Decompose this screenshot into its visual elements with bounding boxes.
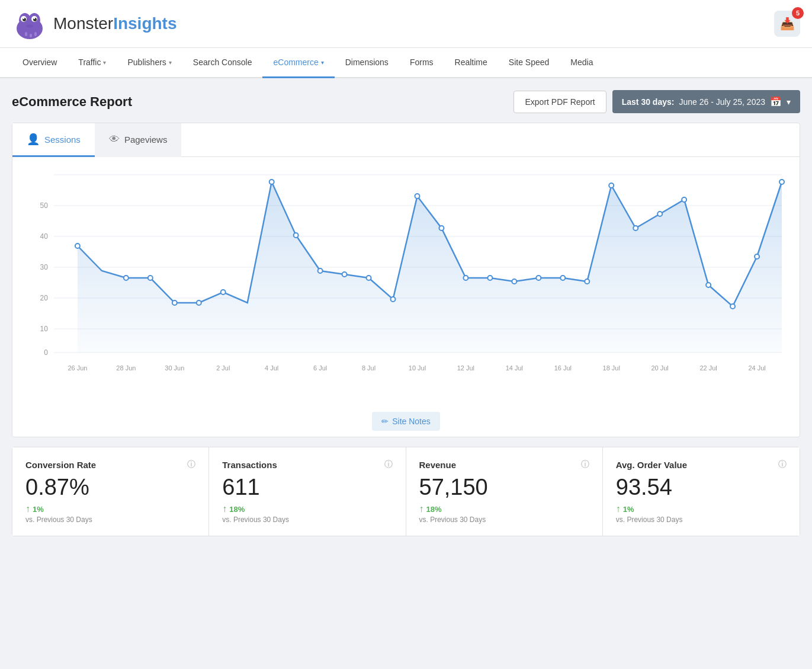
stat-change-pct-transactions: 18% [229, 505, 245, 514]
nav-item-publishers[interactable]: Publishers ▾ [117, 48, 182, 78]
report-header: eCommerce Report Export PDF Report Last … [12, 90, 800, 113]
svg-text:10: 10 [40, 325, 49, 333]
svg-point-7 [23, 18, 24, 19]
nav-item-traffic[interactable]: Traffic ▾ [68, 48, 117, 78]
chart-area: 0 10 20 30 40 50 26 Jun 28 Jun 30 Jun 2 … [12, 157, 800, 406]
arrow-up-icon: ↑ [419, 504, 424, 514]
logo-text: MonsterInsights [53, 14, 177, 33]
stat-change-pct-avg-order: 1% [623, 505, 634, 514]
svg-text:28 Jun: 28 Jun [116, 364, 136, 372]
stat-value-avg-order: 93.54 [616, 475, 787, 500]
svg-text:24 Jul: 24 Jul [748, 364, 765, 372]
info-icon-revenue[interactable]: ⓘ [581, 459, 589, 470]
nav-label-search-console: Search Console [193, 57, 252, 67]
tab-sessions-label: Sessions [44, 135, 81, 145]
arrow-up-icon: ↑ [616, 504, 621, 514]
nav-item-search-console[interactable]: Search Console [182, 48, 263, 78]
nav-label-dimensions: Dimensions [345, 57, 389, 67]
tab-pageviews-label: Pageviews [124, 135, 168, 145]
svg-point-46 [197, 300, 201, 305]
svg-text:30 Jun: 30 Jun [165, 364, 184, 372]
stat-header-revenue: Revenue ⓘ [419, 459, 589, 470]
info-icon-conversion[interactable]: ⓘ [187, 459, 195, 470]
svg-text:26 Jun: 26 Jun [68, 364, 87, 372]
nav-item-site-speed[interactable]: Site Speed [498, 48, 560, 78]
svg-text:6 Jul: 6 Jul [313, 364, 327, 372]
nav-label-forms: Forms [410, 57, 434, 67]
nav-item-overview[interactable]: Overview [12, 48, 68, 78]
svg-point-60 [560, 276, 565, 280]
export-pdf-button[interactable]: Export PDF Report [513, 91, 606, 113]
nav-item-ecommerce[interactable]: eCommerce ▾ [262, 48, 334, 78]
svg-point-47 [221, 290, 226, 295]
stat-header-transactions: Transactions ⓘ [222, 459, 392, 470]
svg-text:20 Jul: 20 Jul [651, 364, 669, 372]
svg-point-63 [633, 226, 638, 231]
svg-text:22 Jul: 22 Jul [699, 364, 717, 372]
svg-point-67 [730, 304, 735, 309]
arrow-up-icon: ↑ [222, 504, 227, 514]
stat-value-revenue: 57,150 [419, 475, 589, 500]
chevron-down-icon: ▾ [169, 59, 172, 66]
nav-item-dimensions[interactable]: Dimensions [335, 48, 399, 78]
svg-rect-9 [25, 32, 27, 36]
svg-point-48 [269, 180, 274, 184]
stat-vs-conversion: vs. Previous 30 Days [25, 516, 195, 524]
chart-section: 👤 Sessions 👁 Pageviews [12, 123, 800, 437]
nav-label-media: Media [570, 57, 593, 67]
notification-badge: 5 [792, 7, 804, 19]
chevron-down-icon: ▾ [103, 59, 106, 66]
stat-card-conversion-rate: Conversion Rate ⓘ 0.87% ↑ 1% vs. Previou… [12, 447, 209, 536]
info-icon-transactions[interactable]: ⓘ [384, 459, 393, 470]
chart-tabs: 👤 Sessions 👁 Pageviews [12, 123, 800, 157]
svg-text:40: 40 [40, 232, 49, 241]
stat-label-avg-order: Avg. Order Value [616, 460, 687, 470]
nav-item-forms[interactable]: Forms [399, 48, 444, 78]
pencil-icon: ✏ [381, 417, 389, 426]
header-right: 📥 5 [774, 11, 800, 37]
stat-change-pct-conversion: 1% [33, 505, 44, 514]
svg-text:0: 0 [44, 348, 48, 357]
stat-label-transactions: Transactions [222, 460, 277, 470]
header: MonsterInsights 📥 5 [0, 0, 812, 48]
nav-label-traffic: Traffic [78, 57, 101, 67]
svg-point-68 [755, 254, 759, 259]
nav-item-media[interactable]: Media [560, 48, 604, 78]
info-icon-avg-order[interactable]: ⓘ [778, 459, 787, 470]
stat-label-revenue: Revenue [419, 460, 457, 470]
svg-text:50: 50 [40, 201, 49, 210]
site-notes-button[interactable]: ✏ Site Notes [372, 412, 440, 431]
site-notes-bar: ✏ Site Notes [12, 406, 800, 437]
logo-area: MonsterInsights [12, 6, 177, 41]
notification-icon: 📥 [780, 17, 795, 31]
svg-point-44 [148, 276, 153, 280]
logo-icon [12, 6, 47, 41]
stat-label-conversion: Conversion Rate [25, 460, 96, 470]
svg-point-55 [439, 226, 444, 231]
svg-text:18 Jul: 18 Jul [603, 364, 620, 372]
nav-label-site-speed: Site Speed [509, 57, 550, 67]
svg-text:8 Jul: 8 Jul [362, 364, 375, 372]
svg-text:4 Jul: 4 Jul [265, 364, 278, 372]
svg-point-65 [682, 197, 686, 202]
calendar-icon: 📅 [770, 96, 782, 107]
nav-label-overview: Overview [23, 57, 57, 67]
notification-button[interactable]: 📥 5 [774, 11, 800, 37]
stat-change-revenue: ↑ 18% [419, 504, 589, 514]
tab-pageviews[interactable]: 👁 Pageviews [95, 123, 182, 157]
nav-label-publishers: Publishers [127, 57, 166, 67]
stat-change-pct-revenue: 18% [426, 505, 442, 514]
date-range-button[interactable]: Last 30 days: June 26 - July 25, 2023 📅 … [612, 90, 800, 113]
stat-vs-transactions: vs. Previous 30 Days [222, 516, 392, 524]
svg-point-69 [779, 180, 784, 184]
svg-text:2 Jul: 2 Jul [216, 364, 230, 372]
nav-item-realtime[interactable]: Realtime [444, 48, 498, 78]
stat-change-transactions: ↑ 18% [222, 504, 392, 514]
stat-card-transactions: Transactions ⓘ 611 ↑ 18% vs. Previous 30… [209, 447, 406, 536]
stat-change-conversion: ↑ 1% [25, 504, 195, 514]
svg-point-42 [75, 244, 80, 248]
line-chart: 0 10 20 30 40 50 26 Jun 28 Jun 30 Jun 2 … [18, 169, 794, 388]
stat-change-avg-order: ↑ 1% [616, 504, 787, 514]
tab-sessions[interactable]: 👤 Sessions [12, 123, 95, 157]
svg-point-59 [536, 276, 541, 280]
